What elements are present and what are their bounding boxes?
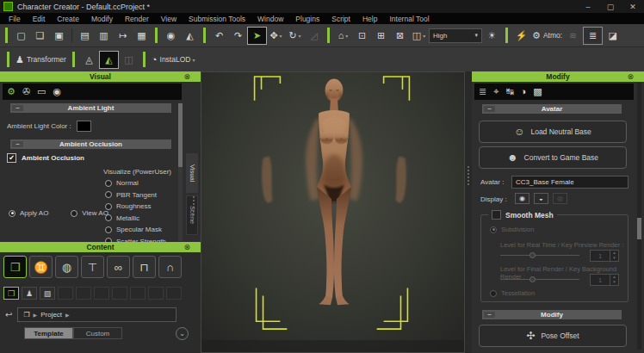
sub-folder-button[interactable]: ❒ [3,287,19,300]
back-icon[interactable]: ↩ [5,310,12,319]
light-settings-button[interactable]: ☀ [483,28,501,44]
close-window-button[interactable]: ✕ [622,3,644,11]
sub-actor-button[interactable]: ♟ [22,287,37,300]
menu-item[interactable]: Edit [27,15,52,23]
ambient-occlusion-section[interactable]: – Ambient Occlusion [10,139,171,149]
menu-item[interactable]: Submission Tools [183,15,251,23]
close-panel-icon[interactable]: ⊗ [627,71,634,82]
bone-tab[interactable]: ⌖ [493,87,498,96]
visualize-radio[interactable]: Metallic [105,214,166,222]
template-tab[interactable]: Template [24,327,73,339]
folder-category-button[interactable]: ❒ [3,256,27,278]
side-tab-visual[interactable]: Visual [186,153,198,193]
menu-item[interactable]: Plugins [289,15,325,23]
material-category-button[interactable]: ◍ [55,256,78,278]
goz-button[interactable]: ◉ [162,28,180,44]
light-tab[interactable]: ✇ [22,87,30,96]
attribute-tab[interactable]: ≣ [479,87,486,96]
menu-item[interactable]: Create [51,15,85,23]
collapse-icon[interactable]: – [12,141,23,147]
media-export-button[interactable]: ▦ [133,28,151,44]
visualize-radio[interactable]: Specular Mask [105,226,166,233]
custom-tab[interactable]: Custom [73,327,122,339]
modify-section[interactable]: – Modify [482,310,622,319]
visualize-radio[interactable]: Roughness [105,202,166,210]
pose-offset-button[interactable]: ✣ Pose Offset [479,325,627,347]
visual-settings-tab[interactable]: ⚙ [7,87,15,96]
sub-image-button[interactable]: ▧ [40,287,55,300]
panel-splitter-handle[interactable] [192,196,195,215]
instalod-button[interactable]: ◔InstaLOD [151,52,196,68]
edit-motion-button[interactable]: ◭ [100,52,118,68]
menu-item[interactable]: Help [356,15,383,23]
camera-frame-button[interactable]: ◫ [410,28,428,44]
send-pose-button[interactable]: ◭ [181,28,199,44]
prop-category-button[interactable]: ⊓ [133,256,156,278]
ambient-light-color-swatch[interactable] [77,121,91,132]
smooth-mesh-checkbox[interactable] [492,210,501,220]
accessory-category-button[interactable]: ∞ [107,256,130,278]
camera-tab[interactable]: ◉ [53,87,62,96]
collapse-icon[interactable]: – [12,105,23,111]
save-project-button[interactable]: ▣ [50,28,68,44]
import-content-button[interactable]: ▤ [76,28,94,44]
close-panel-icon[interactable]: ⊗ [183,71,190,82]
menu-item[interactable]: Script [325,15,356,23]
export-fbx-button[interactable]: ↦ [114,28,132,44]
render-settings-button[interactable]: ≣ [583,27,603,45]
maximize-button[interactable]: ▢ [599,3,622,11]
transformer-button[interactable]: ♟Transformer [15,52,67,68]
redo-button[interactable]: ↷ [229,28,247,44]
ambient-light-section[interactable]: – Ambient Light [10,103,171,113]
breadcrumb[interactable]: ❒ ▶ Project ▶ [17,307,176,322]
material-tab[interactable]: ◑ [521,87,527,96]
visualize-radio[interactable]: Normal [105,179,166,187]
shadow-tab[interactable]: ▭ [37,87,46,96]
viewport-canvas[interactable] [201,71,465,353]
menu-item[interactable]: File [3,15,27,23]
minimize-button[interactable]: – [577,3,599,11]
menu-item[interactable]: Modify [85,15,119,23]
home-camera-button[interactable]: ⌂ [334,28,352,44]
load-neutral-base-button[interactable]: ☺ Load Neutral Base [479,121,627,143]
edit-pose-button[interactable]: ◬ [80,52,98,68]
open-project-button[interactable]: ❏ [31,28,49,44]
collapse-icon[interactable]: – [484,312,495,318]
center-view-button[interactable]: ⊞ [372,28,390,44]
undo-button[interactable]: ↶ [210,28,228,44]
render-region-button[interactable]: ◪ [604,28,622,44]
new-project-button[interactable]: ▢ [12,28,30,44]
rotate-tool-button[interactable]: ↻ [286,28,304,44]
apply-ao-radio[interactable]: Apply AO [9,209,48,217]
menu-item[interactable]: View [155,15,183,23]
stage-category-button[interactable]: ∩ [158,256,182,278]
avatar-section[interactable]: – Avatar [482,104,622,114]
select-tool-button[interactable]: ➤ [248,28,266,44]
move-tool-button[interactable]: ✥ [267,28,285,44]
breadcrumb-path[interactable]: Project [40,311,62,319]
show-mask-button[interactable]: ◒ [534,193,548,204]
menu-item[interactable]: Render [119,15,155,23]
cloth-category-button[interactable]: ⊤ [81,256,104,278]
visual-scrollbar[interactable] [178,103,183,241]
convert-to-game-base-button[interactable]: ☻ Convert to Game Base [479,146,627,169]
visualize-radio[interactable]: PBR Tangent [105,191,166,199]
frame-view-button[interactable]: ⊠ [391,28,409,44]
actor-category-button[interactable]: ♊ [29,256,53,278]
modify-scrollbar[interactable] [637,83,641,350]
quality-select[interactable]: High [429,28,482,43]
close-panel-icon[interactable]: ⊗ [183,242,190,252]
flash-effect-button[interactable]: ⚡ [512,28,530,44]
texture-tab[interactable]: ▩ [533,87,542,96]
show-avatar-button[interactable]: ◉ [515,193,529,204]
fit-view-button[interactable]: ⊡ [353,28,371,44]
export-content-button[interactable]: ▥ [95,28,113,44]
morph-tab[interactable]: ↹ [505,87,513,96]
view-ao-radio[interactable]: View AO [71,209,108,217]
collapse-icon[interactable]: – [484,106,495,112]
expand-icon[interactable]: ⌄ [176,327,189,340]
ambient-occlusion-checkbox[interactable]: ✔ [7,153,16,163]
menu-item[interactable]: Window [251,15,289,23]
viewport-splitter[interactable] [465,71,472,353]
menu-item[interactable]: Internal Tool [383,15,435,23]
